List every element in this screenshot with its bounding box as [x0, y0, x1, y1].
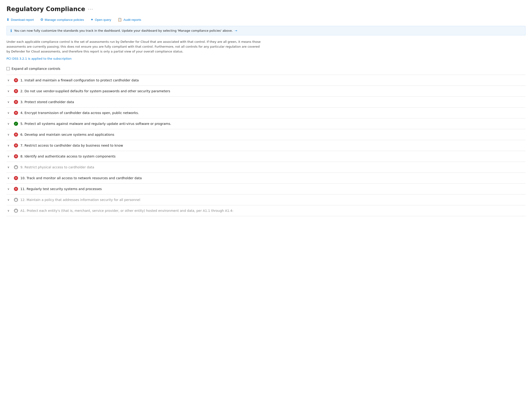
ellipsis-menu[interactable]: ···	[88, 7, 93, 12]
page-title: Regulatory Compliance ···	[7, 6, 525, 13]
chevron-down-icon: ∨	[8, 187, 12, 191]
error-status-icon: ✕	[14, 100, 18, 104]
compliance-item-label: 3. Protect stored cardholder data	[20, 100, 74, 104]
compliance-item-label: 9. Restrict physical access to cardholde…	[20, 165, 94, 169]
compliance-item[interactable]: ∨✕10. Track and monitor all access to ne…	[7, 173, 525, 184]
download-icon: ⬇	[7, 18, 9, 22]
subscription-link[interactable]: PCI DSS 3.2.1 is applied to the subscrip…	[7, 57, 72, 60]
compliance-item-label: 7. Restrict access to cardholder data by…	[20, 144, 123, 147]
manage-policies-button[interactable]: ⚙ Manage compliance policies	[40, 17, 84, 23]
open-query-button[interactable]: ✦ Open query	[90, 17, 111, 23]
error-status-icon: ✕	[14, 154, 18, 158]
compliance-item[interactable]: ∨✕7. Restrict access to cardholder data …	[7, 140, 525, 151]
success-status-icon: ✓	[14, 122, 18, 126]
expand-all-label: Expand all compliance controls	[12, 67, 60, 70]
compliance-item[interactable]: ∨✕6. Develop and maintain secure systems…	[7, 129, 525, 140]
chevron-down-icon: ∨	[8, 133, 12, 136]
error-status-icon: ✕	[14, 133, 18, 137]
error-status-icon: ✕	[14, 176, 18, 180]
compliance-item[interactable]: ∨✕2. Do not use vendor-supplied defaults…	[7, 86, 525, 97]
chevron-down-icon: ∨	[8, 89, 12, 93]
compliance-item-label: 12. Maintain a policy that addresses inf…	[20, 198, 140, 202]
info-banner: ℹ You can now fully customize the standa…	[7, 26, 525, 35]
neutral-status-icon: ●	[14, 198, 18, 202]
compliance-item-label: 10. Track and monitor all access to netw…	[20, 176, 142, 180]
compliance-item[interactable]: ∨✓5. Protect all systems against malware…	[7, 118, 525, 129]
compliance-item[interactable]: ∨●9. Restrict physical access to cardhol…	[7, 162, 525, 173]
chevron-down-icon: ∨	[8, 209, 12, 212]
chevron-down-icon: ∨	[8, 165, 12, 169]
expand-all-checkbox[interactable]	[7, 67, 10, 70]
compliance-item-label: 1. Install and maintain a firewall confi…	[20, 78, 139, 82]
audit-reports-button[interactable]: 📋 Audit reports	[118, 17, 141, 23]
compliance-item[interactable]: ∨✕8. Identify and authenticate access to…	[7, 151, 525, 162]
neutral-status-icon: ●	[14, 165, 18, 169]
chevron-down-icon: ∨	[8, 111, 12, 114]
chevron-down-icon: ∨	[8, 79, 12, 82]
error-status-icon: ✕	[14, 78, 18, 82]
chevron-down-icon: ∨	[8, 176, 12, 180]
query-icon: ✦	[90, 18, 94, 22]
compliance-item[interactable]: ∨●A1. Protect each entity's (that is, me…	[7, 205, 525, 216]
error-status-icon: ✕	[14, 143, 18, 148]
info-banner-text: You can now fully customize the standard…	[14, 29, 237, 32]
manage-icon: ⚙	[40, 18, 43, 22]
chevron-down-icon: ∨	[8, 155, 12, 158]
download-report-button[interactable]: ⬇ Download report	[7, 17, 34, 23]
compliance-item-label: A1. Protect each entity's (that is, merc…	[20, 209, 233, 212]
compliance-item-label: 4. Encrypt transmission of cardholder da…	[20, 111, 139, 115]
toolbar: ⬇ Download report ⚙ Manage compliance po…	[7, 17, 525, 23]
compliance-item[interactable]: ∨✕1. Install and maintain a firewall con…	[7, 75, 525, 86]
info-banner-arrow[interactable]: →	[234, 29, 237, 32]
compliance-item[interactable]: ∨✕11. Regularly test security systems an…	[7, 184, 525, 195]
error-status-icon: ✕	[14, 187, 18, 191]
neutral-status-icon: ●	[14, 209, 18, 213]
chevron-down-icon: ∨	[8, 198, 12, 201]
compliance-description: Under each applicable compliance control…	[7, 39, 261, 54]
chevron-down-icon: ∨	[8, 100, 12, 104]
compliance-item[interactable]: ∨✕3. Protect stored cardholder data	[7, 97, 525, 108]
compliance-list: ∨✕1. Install and maintain a firewall con…	[7, 75, 525, 216]
audit-icon: 📋	[118, 18, 122, 22]
compliance-item[interactable]: ∨✕4. Encrypt transmission of cardholder …	[7, 108, 525, 118]
compliance-item[interactable]: ∨●12. Maintain a policy that addresses i…	[7, 195, 525, 205]
info-icon: ℹ	[10, 28, 12, 33]
expand-all-container: Expand all compliance controls	[7, 67, 525, 70]
compliance-item-label: 8. Identify and authenticate access to s…	[20, 155, 115, 158]
chevron-down-icon: ∨	[8, 144, 12, 147]
chevron-down-icon: ∨	[8, 122, 12, 125]
compliance-item-label: 2. Do not use vendor-supplied defaults f…	[20, 89, 170, 93]
compliance-item-label: 5. Protect all systems against malware a…	[20, 122, 171, 125]
compliance-item-label: 6. Develop and maintain secure systems a…	[20, 133, 114, 136]
error-status-icon: ✕	[14, 111, 18, 115]
compliance-item-label: 11. Regularly test security systems and …	[20, 187, 102, 191]
error-status-icon: ✕	[14, 89, 18, 93]
